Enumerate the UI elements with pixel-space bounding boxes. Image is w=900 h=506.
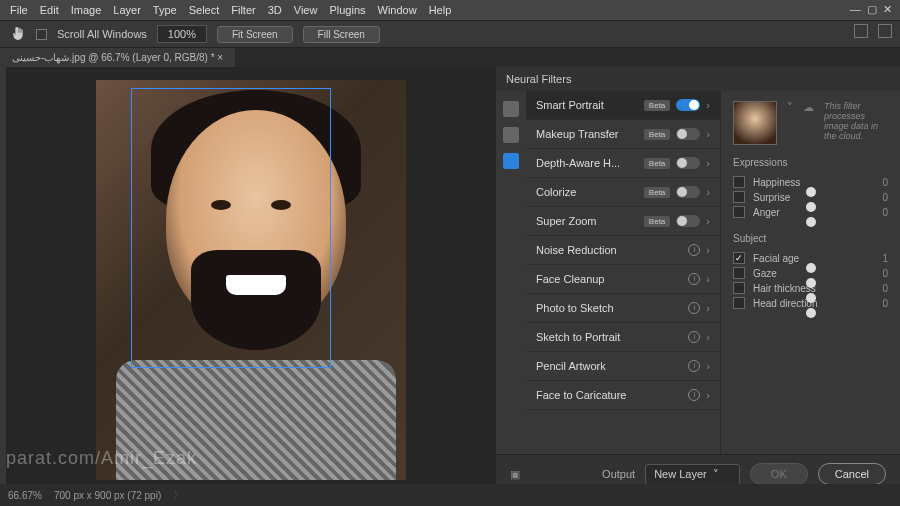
hand-tool-icon[interactable]: [10, 26, 26, 42]
filter-toggle[interactable]: [676, 128, 700, 140]
info-icon[interactable]: i: [688, 302, 700, 314]
face-thumbnail[interactable]: [733, 101, 777, 145]
slider-value[interactable]: 0: [876, 207, 888, 218]
output-select[interactable]: New Layer ˅: [645, 464, 740, 485]
right-toolbar: [854, 24, 892, 38]
filter-colorize[interactable]: ColorizeBeta›: [526, 178, 720, 207]
watermark: parat.com/Amir_Ezak: [6, 448, 197, 469]
slider-label: Happiness: [753, 177, 868, 188]
filter-label: Depth-Aware H...: [536, 157, 644, 169]
slider-checkbox[interactable]: [733, 297, 745, 309]
slider-facial-age: Facial age 1: [733, 252, 888, 267]
slider-value[interactable]: 0: [876, 268, 888, 279]
menu-select[interactable]: Select: [189, 4, 220, 16]
beta-badge: Beta: [644, 158, 670, 169]
chevron-right-icon: ›: [706, 360, 710, 372]
filter-sketch-to-portrait[interactable]: Sketch to Portraiti›: [526, 323, 720, 352]
window-controls[interactable]: — ▢ ✕: [850, 3, 892, 16]
chevron-right-icon: ›: [706, 331, 710, 343]
filter-label: Colorize: [536, 186, 644, 198]
zoom-input[interactable]: 100%: [157, 25, 207, 43]
status-zoom[interactable]: 66.67%: [8, 490, 42, 501]
filter-face-to-caricature[interactable]: Face to Caricaturei›: [526, 381, 720, 410]
close-tab-icon[interactable]: ×: [217, 52, 223, 63]
subject-header: Subject: [733, 233, 888, 244]
slider-checkbox[interactable]: [733, 206, 745, 218]
chevron-right-icon: ›: [706, 389, 710, 401]
status-bar: 66.67% 700 px x 900 px (72 ppi) 〉: [0, 484, 900, 506]
filter-toggle[interactable]: [676, 99, 700, 111]
info-icon[interactable]: i: [688, 360, 700, 372]
slider-checkbox[interactable]: [733, 191, 745, 203]
filter-photo-to-sketch[interactable]: Photo to Sketchi›: [526, 294, 720, 323]
slider-handle[interactable]: [806, 217, 816, 227]
info-icon[interactable]: i: [688, 244, 700, 256]
menu-help[interactable]: Help: [429, 4, 452, 16]
fit-screen-button[interactable]: Fit Screen: [217, 26, 293, 43]
slider-handle[interactable]: [806, 187, 816, 197]
menu-image[interactable]: Image: [71, 4, 102, 16]
filter-label: Face Cleanup: [536, 273, 688, 285]
document-tabs: شهاب-حسینی.jpg @ 66.7% (Layer 0, RGB/8) …: [0, 48, 900, 67]
filter-toggle[interactable]: [676, 186, 700, 198]
menu-3d[interactable]: 3D: [268, 4, 282, 16]
menu-bar: File Edit Image Layer Type Select Filter…: [0, 0, 900, 20]
scroll-all-checkbox[interactable]: [36, 29, 47, 40]
filter-toggle[interactable]: [676, 215, 700, 227]
slider-value[interactable]: 0: [876, 177, 888, 188]
category-tab-2[interactable]: [503, 127, 519, 143]
filter-pencil-artwork[interactable]: Pencil Artworki›: [526, 352, 720, 381]
preview-icon[interactable]: ▣: [510, 468, 520, 481]
slider-value[interactable]: 0: [876, 298, 888, 309]
slider-value[interactable]: 1: [876, 253, 888, 264]
slider-handle[interactable]: [806, 308, 816, 318]
slider-label: Facial age: [753, 253, 868, 264]
menu-window[interactable]: Window: [378, 4, 417, 16]
slider-checkbox[interactable]: [733, 267, 745, 279]
menu-edit[interactable]: Edit: [40, 4, 59, 16]
filter-face-cleanup[interactable]: Face Cleanupi›: [526, 265, 720, 294]
menu-plugins[interactable]: Plugins: [329, 4, 365, 16]
workspace-icon[interactable]: [854, 24, 868, 38]
slider-checkbox[interactable]: [733, 176, 745, 188]
info-icon[interactable]: i: [688, 273, 700, 285]
chevron-down-icon[interactable]: ˅: [787, 101, 793, 114]
category-tab-1[interactable]: [503, 101, 519, 117]
info-icon[interactable]: i: [688, 331, 700, 343]
slider-handle[interactable]: [806, 293, 816, 303]
slider-checkbox[interactable]: [733, 282, 745, 294]
beta-badge: Beta: [644, 187, 670, 198]
menu-view[interactable]: View: [294, 4, 318, 16]
info-icon[interactable]: i: [688, 389, 700, 401]
filter-noise-reduction[interactable]: Noise Reductioni›: [526, 236, 720, 265]
filter-label: Smart Portrait: [536, 99, 644, 111]
menu-layer[interactable]: Layer: [113, 4, 141, 16]
menu-file[interactable]: File: [10, 4, 28, 16]
cancel-button[interactable]: Cancel: [818, 463, 886, 485]
filter-smart-portrait[interactable]: Smart PortraitBeta›: [526, 91, 720, 120]
menu-filter[interactable]: Filter: [231, 4, 255, 16]
slider-value[interactable]: 0: [876, 192, 888, 203]
slider-handle[interactable]: [806, 278, 816, 288]
filter-toggle[interactable]: [676, 157, 700, 169]
filter-label: Photo to Sketch: [536, 302, 688, 314]
canvas[interactable]: parat.com/Amir_Ezak: [6, 67, 496, 493]
fill-screen-button[interactable]: Fill Screen: [303, 26, 380, 43]
slider-value[interactable]: 0: [876, 283, 888, 294]
slider-handle[interactable]: [806, 263, 816, 273]
slider-handle[interactable]: [806, 202, 816, 212]
expressions-header: Expressions: [733, 157, 888, 168]
filter-depth-aware-h-[interactable]: Depth-Aware H...Beta›: [526, 149, 720, 178]
filter-makeup-transfer[interactable]: Makeup TransferBeta›: [526, 120, 720, 149]
document-tab[interactable]: شهاب-حسینی.jpg @ 66.7% (Layer 0, RGB/8) …: [0, 48, 235, 67]
filter-super-zoom[interactable]: Super ZoomBeta›: [526, 207, 720, 236]
filter-settings: ˅ ☁ This filter processes image data in …: [721, 91, 900, 454]
chevron-right-icon: ›: [706, 244, 710, 256]
document-image: [96, 80, 406, 480]
slider-checkbox[interactable]: [733, 252, 745, 264]
ok-button[interactable]: OK: [750, 463, 808, 485]
category-tab-3[interactable]: [503, 153, 519, 169]
filter-label: Face to Caricature: [536, 389, 688, 401]
menu-type[interactable]: Type: [153, 4, 177, 16]
search-icon[interactable]: [878, 24, 892, 38]
